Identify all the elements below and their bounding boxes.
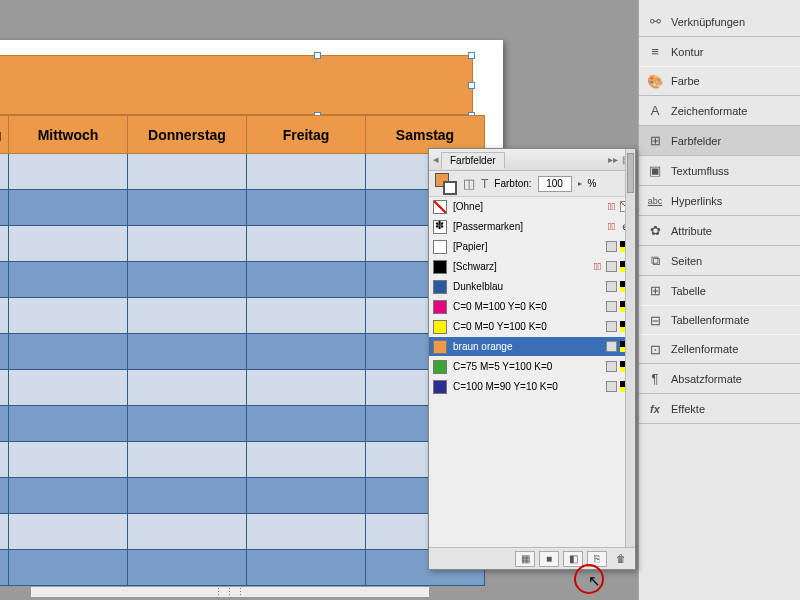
calendar-cell[interactable] xyxy=(128,262,247,298)
calendar-cell[interactable] xyxy=(0,370,9,406)
calendar-cell[interactable] xyxy=(247,226,366,262)
calendar-cell[interactable] xyxy=(0,226,9,262)
calendar-cell[interactable] xyxy=(128,478,247,514)
swatches-panel-header[interactable]: ◂ Farbfelder ▸▸ ▤ xyxy=(429,149,635,171)
panel-collapse-icon[interactable]: ▸▸ xyxy=(608,154,618,165)
calendar-cell[interactable] xyxy=(128,514,247,550)
calendar-cell[interactable] xyxy=(9,226,128,262)
swatches-tab[interactable]: Farbfelder xyxy=(441,152,505,169)
tint-stepper-icon[interactable]: ▸ xyxy=(578,179,582,188)
calendar-cell[interactable] xyxy=(128,370,247,406)
show-gradient-swatches-button[interactable]: ◧ xyxy=(563,551,583,567)
panel-row-zeichenformate[interactable]: AZeichenformate xyxy=(639,96,800,125)
calendar-cell[interactable] xyxy=(0,262,9,298)
panel-row-zellenformate[interactable]: ⊡Zellenformate xyxy=(639,334,800,363)
text-format-icon[interactable]: T xyxy=(481,177,488,191)
stroke-swatch[interactable] xyxy=(443,181,457,195)
calendar-cell[interactable] xyxy=(0,334,9,370)
calendar-cell[interactable] xyxy=(0,514,9,550)
swatch-row[interactable]: braun orange xyxy=(429,337,635,357)
calendar-cell[interactable] xyxy=(9,334,128,370)
calendar-cell[interactable] xyxy=(247,478,366,514)
calendar-cell[interactable] xyxy=(247,442,366,478)
tint-input[interactable] xyxy=(538,176,572,192)
calendar-cell[interactable] xyxy=(9,514,128,550)
handle-tm[interactable] xyxy=(314,52,321,59)
panel-label: Tabellenformate xyxy=(671,314,749,326)
calendar-cell[interactable] xyxy=(128,442,247,478)
swatch-row[interactable]: C=0 M=100 Y=0 K=0 xyxy=(429,297,635,317)
panel-row-verknüpfungen[interactable]: ⚯Verknüpfungen xyxy=(639,7,800,36)
panel-row-seiten[interactable]: ⧉Seiten xyxy=(639,246,800,275)
selected-frame[interactable] xyxy=(0,55,473,115)
swatches-list[interactable]: [Ohne]✎⃠[Passermarken]✎⃠⊕[Papier][Schwar… xyxy=(429,197,635,397)
show-color-swatches-button[interactable]: ■ xyxy=(539,551,559,567)
calendar-cell[interactable] xyxy=(128,334,247,370)
swatch-row[interactable]: C=0 M=0 Y=100 K=0 xyxy=(429,317,635,337)
panel-row-tabelle[interactable]: ⊞Tabelle xyxy=(639,276,800,305)
calendar-cell[interactable] xyxy=(0,298,9,334)
calendar-cell[interactable] xyxy=(9,154,128,190)
calendar-cell[interactable] xyxy=(0,442,9,478)
container-format-icon[interactable]: ◫ xyxy=(463,176,475,191)
calendar-cell[interactable] xyxy=(247,262,366,298)
calendar-cell[interactable] xyxy=(9,262,128,298)
calendar-cell[interactable] xyxy=(9,406,128,442)
panel-row-hyperlinks[interactable]: abcHyperlinks xyxy=(639,186,800,215)
calendar-cell[interactable] xyxy=(0,550,9,586)
swatch-row[interactable]: C=100 M=90 Y=10 K=0 xyxy=(429,377,635,397)
calendar-cell[interactable] xyxy=(247,406,366,442)
swatches-scrollbar[interactable] xyxy=(625,149,635,547)
calendar-cell[interactable] xyxy=(0,190,9,226)
calendar-cell[interactable] xyxy=(0,406,9,442)
panel-row-farbfelder[interactable]: ⊞Farbfelder xyxy=(639,126,800,155)
calendar-cell[interactable] xyxy=(128,154,247,190)
process-icon xyxy=(606,381,617,392)
show-all-swatches-button[interactable]: ▦ xyxy=(515,551,535,567)
panel-row-kontur[interactable]: ≡Kontur xyxy=(639,37,800,66)
calendar-cell[interactable] xyxy=(9,370,128,406)
swatches-panel[interactable]: ◂ Farbfelder ▸▸ ▤ ◫ T Farbton: ▸ % [Ohne… xyxy=(428,148,636,570)
calendar-cell[interactable] xyxy=(0,478,9,514)
swatch-row[interactable]: [Papier] xyxy=(429,237,635,257)
delete-swatch-button[interactable]: 🗑 xyxy=(611,551,631,567)
panel-row-effekte[interactable]: fxEffekte xyxy=(639,394,800,423)
calendar-cell[interactable] xyxy=(128,406,247,442)
swatch-row[interactable]: [Passermarken]✎⃠⊕ xyxy=(429,217,635,237)
calendar-cell[interactable] xyxy=(247,370,366,406)
horizontal-scrollbar[interactable]: ⋮⋮⋮ xyxy=(30,586,430,598)
panel-row-farbe[interactable]: 🎨Farbe xyxy=(639,66,800,95)
panel-row-tabellenformate[interactable]: ⊟Tabellenformate xyxy=(639,305,800,334)
panel-row-absatzformate[interactable]: ¶Absatzformate xyxy=(639,364,800,393)
handle-tr[interactable] xyxy=(468,52,475,59)
calendar-cell[interactable] xyxy=(247,334,366,370)
swatch-color xyxy=(433,360,447,374)
calendar-cell[interactable] xyxy=(9,190,128,226)
calendar-cell[interactable] xyxy=(9,442,128,478)
calendar-cell[interactable] xyxy=(128,190,247,226)
calendar-cell[interactable] xyxy=(247,154,366,190)
swatch-row[interactable]: [Ohne]✎⃠ xyxy=(429,197,635,217)
panel-row-attribute[interactable]: ✿Attribute xyxy=(639,216,800,245)
panel-row-textumfluss[interactable]: ▣Textumfluss xyxy=(639,156,800,185)
swatch-row[interactable]: [Schwarz]✎⃠ xyxy=(429,257,635,277)
calendar-table[interactable]: agMittwochDonnerstagFreitagSamstag xyxy=(0,115,485,586)
panel-row-ebenen[interactable]: ≣Ebenen xyxy=(639,0,800,7)
calendar-cell[interactable] xyxy=(247,298,366,334)
handle-mr[interactable] xyxy=(468,82,475,89)
panel-label: Absatzformate xyxy=(671,373,742,385)
new-swatch-button[interactable]: ⎘ xyxy=(587,551,607,567)
fill-stroke-proxy[interactable] xyxy=(435,173,457,195)
calendar-cell[interactable] xyxy=(247,550,366,586)
calendar-cell[interactable] xyxy=(128,550,247,586)
calendar-cell[interactable] xyxy=(247,190,366,226)
calendar-cell[interactable] xyxy=(9,478,128,514)
calendar-cell[interactable] xyxy=(0,154,9,190)
calendar-cell[interactable] xyxy=(247,514,366,550)
calendar-cell[interactable] xyxy=(9,298,128,334)
calendar-cell[interactable] xyxy=(128,298,247,334)
swatch-row[interactable]: Dunkelblau xyxy=(429,277,635,297)
calendar-cell[interactable] xyxy=(9,550,128,586)
swatch-row[interactable]: C=75 M=5 Y=100 K=0 xyxy=(429,357,635,377)
calendar-cell[interactable] xyxy=(128,226,247,262)
